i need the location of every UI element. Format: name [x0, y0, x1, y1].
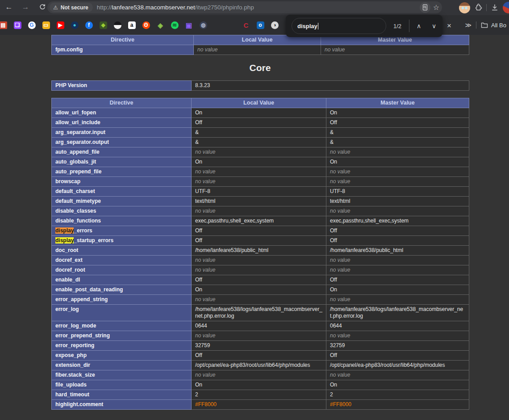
bookmark-favicon-dark-globe[interactable]: ◍: [196, 18, 210, 32]
value-cell: On: [192, 285, 326, 295]
bookmarks-list: ▤❑G▭▶●f◆aʘ◈≋▣◍Co◑: [1, 15, 282, 35]
bookmark-favicon-penguin[interactable]: [110, 18, 125, 32]
bookmark-favicon-youtube[interactable]: ▶: [53, 18, 67, 32]
forward-button[interactable]: →: [19, 1, 32, 13]
value-cell: Off: [326, 226, 469, 236]
table-row: browscapno valueno value: [52, 177, 469, 187]
column-header: Local Value: [192, 98, 326, 108]
value-cell: no value: [194, 45, 321, 55]
value-cell: &: [192, 128, 326, 138]
table-row: default_mimetypetext/htmltext/html: [52, 197, 469, 206]
directive-cell: expose_php: [52, 351, 192, 361]
value-cell: no value: [326, 147, 469, 157]
table-row: PHP Version8.3.23: [52, 81, 469, 91]
bookmark-favicon-youtube-icon: ▶: [57, 21, 64, 29]
bookmark-favicon-spotify-icon: ≋: [171, 21, 179, 29]
find-match-highlight: display: [55, 237, 74, 244]
page-content: DirectiveLocal ValueMaster Valuefpm.conf…: [0, 35, 509, 420]
table-row: extension_dir/opt/cpanel/ea-php83/root/u…: [52, 361, 469, 370]
all-bookmarks-button[interactable]: All Bo: [481, 22, 506, 29]
address-bar[interactable]: ⚠ Not secure http://lanfeare538.macombse…: [47, 1, 442, 13]
refresh-icon: [39, 4, 46, 11]
table-row: auto_append_fileno valueno value: [52, 147, 469, 157]
find-previous-button[interactable]: ∧: [413, 20, 425, 32]
bookmark-favicon-twitch[interactable]: ❑: [10, 18, 25, 32]
refresh-button[interactable]: [36, 1, 49, 13]
bookmark-favicon-reddit[interactable]: ʘ: [139, 18, 153, 32]
value-cell: On: [326, 157, 469, 167]
chevron-down-icon: ∨: [432, 22, 436, 29]
table-row: enable_dlOffOff: [52, 275, 469, 285]
directive-cell: browscap: [52, 177, 192, 187]
bookmark-favicon-game-site[interactable]: ●: [67, 18, 82, 32]
bookmark-favicon-purple-squares[interactable]: ▣: [182, 18, 196, 32]
table-row: allow_url_fopenOnOn: [52, 108, 469, 118]
value-cell: no value: [326, 265, 469, 275]
bookmark-favicon-light-globe[interactable]: ◑: [267, 18, 282, 32]
find-close-button[interactable]: ×: [443, 20, 455, 32]
profile-avatar[interactable]: [503, 2, 509, 13]
text-caret: [318, 23, 318, 29]
browser-toolbar: ← → ⚠ Not secure http://lanfeare538.maco…: [0, 0, 509, 15]
bookmark-favicon-google[interactable]: G: [25, 18, 39, 32]
bookmark-favicon-green-cube[interactable]: ◈: [153, 18, 167, 32]
search-page-button[interactable]: [420, 2, 430, 13]
bookmark-favicon-ms-grid-1-icon: [214, 21, 221, 29]
find-next-button[interactable]: ∨: [428, 20, 440, 32]
bookmark-favicon-red-c[interactable]: C: [239, 18, 253, 32]
bookmark-favicon-twitch-icon: ❑: [14, 21, 21, 29]
bookmark-favicon-yellow-site[interactable]: ▭: [39, 18, 53, 32]
bookmarks-overflow-button[interactable]: ≫: [465, 21, 471, 29]
find-input[interactable]: display: [292, 18, 386, 34]
table-row: docref_rootno valueno value: [52, 265, 469, 275]
downloads-button[interactable]: [491, 4, 499, 12]
value-cell: Off: [326, 275, 469, 285]
bookmark-favicon-ms-grid-2-icon: [228, 21, 236, 29]
directive-cell: auto_append_file: [52, 147, 192, 157]
security-chip[interactable]: ⚠ Not secure: [50, 3, 93, 12]
security-chip-label: Not secure: [61, 4, 88, 11]
close-icon: ×: [447, 21, 451, 30]
value-cell: /home/lanfeare538/public_html: [326, 246, 469, 256]
bookmark-favicon-photos[interactable]: ▤: [0, 18, 10, 32]
directive-cell: error_reporting: [52, 341, 192, 351]
value-cell: Off: [192, 118, 326, 128]
bookmark-star-button[interactable]: ☆: [433, 4, 439, 11]
url-path: /itwp2750/phpinfo.php: [195, 4, 254, 11]
bookmark-favicon-ms-grid-1[interactable]: [210, 18, 225, 32]
value-cell: no value: [192, 331, 326, 341]
directive-cell: doc_root: [52, 246, 192, 256]
column-header: Directive: [52, 35, 194, 45]
bookmark-favicon-ms-grid-2[interactable]: [225, 18, 239, 32]
directive-cell: allow_url_fopen: [52, 108, 192, 118]
value-cell: On: [326, 285, 469, 295]
bookmark-favicon-shield-site[interactable]: ◆: [96, 18, 110, 32]
bookmark-favicon-facebook[interactable]: f: [82, 18, 96, 32]
bookmark-favicon-amazon-icon: a: [128, 21, 136, 29]
bookmark-favicon-spotify[interactable]: ≋: [167, 18, 182, 32]
find-bar: display 1/2 ∧ ∨ ×: [286, 15, 442, 37]
warning-icon: ⚠: [53, 4, 58, 11]
directive-cell: error_log: [52, 305, 192, 321]
back-button[interactable]: ←: [3, 1, 15, 13]
folder-icon: [481, 22, 488, 28]
value-cell: Off: [192, 226, 326, 236]
table-row: file_uploadsOnOn: [52, 380, 469, 390]
directive-cell: PHP Version: [52, 81, 192, 91]
directive-cell: error_append_string: [52, 295, 192, 305]
bookmark-favicon-amazon[interactable]: a: [125, 18, 139, 32]
value-cell: &: [326, 138, 469, 147]
bookmark-favicon-outlook[interactable]: o: [253, 18, 267, 32]
value-cell: Off: [326, 118, 469, 128]
value-cell: #FF8000: [326, 400, 469, 410]
value-cell: exec,passthru,shell_exec,system: [192, 216, 326, 226]
table-row: fiber.stack_sizeno valueno value: [52, 370, 469, 380]
extensions-icon[interactable]: [474, 4, 482, 12]
account-avatar[interactable]: [459, 2, 470, 13]
bookmark-favicon-dark-globe-icon: ◍: [200, 21, 207, 29]
value-cell: On: [192, 380, 326, 390]
url-scheme: http://: [97, 4, 112, 11]
directive-cell: default_mimetype: [52, 197, 192, 206]
back-icon: ←: [5, 3, 13, 12]
value-cell: #FF8000: [192, 400, 326, 410]
